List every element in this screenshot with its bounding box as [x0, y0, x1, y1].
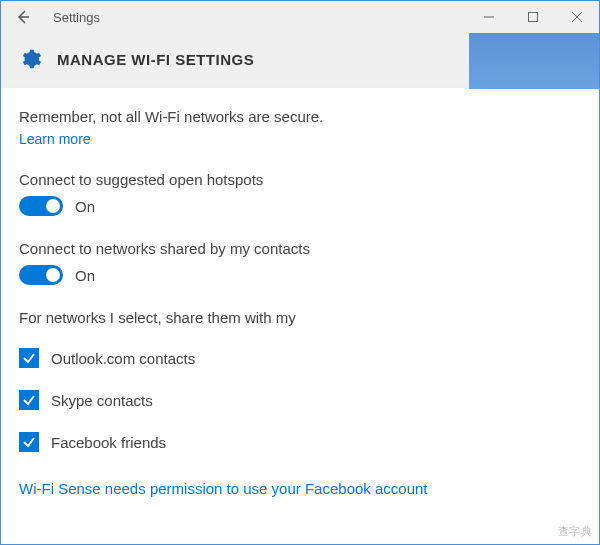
checkbox-row-skype: Skype contacts [19, 390, 581, 410]
toggle-contacts-row: On [19, 265, 581, 285]
share-section: For networks I select, share them with m… [19, 309, 581, 452]
checkbox-facebook-label: Facebook friends [51, 434, 166, 451]
minimize-button[interactable] [467, 1, 511, 33]
arrow-left-icon [15, 9, 31, 25]
close-button[interactable] [555, 1, 599, 33]
toggle-contacts-label: Connect to networks shared by my contact… [19, 240, 581, 257]
watermark: 查字典 [558, 524, 593, 539]
learn-more-link[interactable]: Learn more [19, 131, 91, 147]
checkmark-icon [22, 351, 36, 365]
checkmark-icon [22, 435, 36, 449]
toggle-contacts-block: Connect to networks shared by my contact… [19, 240, 581, 285]
toggle-contacts[interactable] [19, 265, 63, 285]
maximize-icon [528, 12, 538, 22]
gear-icon [19, 47, 43, 71]
toggle-hotspots-label: Connect to suggested open hotspots [19, 171, 581, 188]
toggle-hotspots-row: On [19, 196, 581, 216]
toggle-hotspots[interactable] [19, 196, 63, 216]
checkbox-skype-label: Skype contacts [51, 392, 153, 409]
security-note: Remember, not all Wi-Fi networks are sec… [19, 108, 581, 125]
page-title: MANAGE WI-FI SETTINGS [57, 51, 254, 68]
window-title: Settings [53, 10, 100, 25]
checkbox-skype[interactable] [19, 390, 39, 410]
toggle-contacts-state: On [75, 267, 95, 284]
checkbox-outlook-label: Outlook.com contacts [51, 350, 195, 367]
checkmark-icon [22, 393, 36, 407]
checkbox-facebook[interactable] [19, 432, 39, 452]
svg-rect-0 [529, 13, 538, 22]
page-header: MANAGE WI-FI SETTINGS [1, 33, 599, 88]
toggle-hotspots-state: On [75, 198, 95, 215]
window-controls [467, 1, 599, 33]
toggle-hotspots-block: Connect to suggested open hotspots On [19, 171, 581, 216]
close-icon [572, 12, 582, 22]
minimize-icon [484, 12, 494, 22]
facebook-permission-link[interactable]: Wi-Fi Sense needs permission to use your… [19, 480, 581, 497]
maximize-button[interactable] [511, 1, 555, 33]
back-button[interactable] [9, 3, 37, 31]
share-section-label: For networks I select, share them with m… [19, 309, 581, 326]
titlebar: Settings [1, 1, 599, 33]
checkbox-row-outlook: Outlook.com contacts [19, 348, 581, 368]
content-area: Remember, not all Wi-Fi networks are sec… [1, 88, 599, 507]
checkbox-outlook[interactable] [19, 348, 39, 368]
checkbox-row-facebook: Facebook friends [19, 432, 581, 452]
banner-overlay [469, 33, 599, 89]
